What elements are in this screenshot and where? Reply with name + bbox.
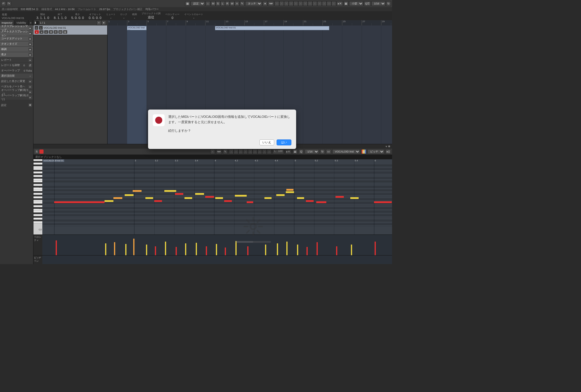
velocity-bar[interactable] xyxy=(297,245,298,255)
velocity-bar[interactable] xyxy=(133,239,134,255)
draw-icon[interactable]: · xyxy=(308,1,312,6)
play-icon[interactable]: ▸ xyxy=(29,96,32,99)
midi-note[interactable] xyxy=(350,197,359,199)
track-row[interactable]: m s VOCALOID Inst 01 ● ◂ e ⊞ R W ▥ xyxy=(33,25,107,35)
ctrl-w[interactable]: ⊞ xyxy=(49,30,53,34)
midi-note[interactable] xyxy=(125,194,134,196)
velocity-bar[interactable] xyxy=(306,247,308,255)
vel-value[interactable]: 0 xyxy=(171,16,173,20)
solo-editor-button[interactable]: S xyxy=(35,150,39,154)
eraser-icon[interactable]: · xyxy=(293,1,298,6)
off-value[interactable]: 0. 0. 0. 0 xyxy=(89,16,101,20)
evroot-value[interactable]: - xyxy=(193,16,194,20)
legato-adjust-row[interactable]: レガートを調整0⇵ xyxy=(0,63,33,68)
ed-layout-icon[interactable]: ▸▯ xyxy=(386,149,391,154)
play-icon[interactable]: · xyxy=(312,1,317,6)
quantize-select[interactable]: 1/16 xyxy=(371,1,386,6)
velocity-bar[interactable] xyxy=(265,245,266,255)
ed-glue-icon[interactable]: · xyxy=(262,149,267,154)
automation-r-button[interactable]: R xyxy=(225,1,230,6)
ctrl-bars[interactable]: ▥ xyxy=(63,30,67,34)
velocity-bar[interactable] xyxy=(286,242,288,255)
velocity-bar[interactable] xyxy=(351,245,352,255)
track-options-icon[interactable]: ▾ xyxy=(101,20,106,25)
overlap-row[interactable]: オーバーラップ0 Ticks xyxy=(0,68,33,73)
ed-mute-icon[interactable]: · xyxy=(248,149,253,154)
velocity-bar[interactable] xyxy=(247,246,248,255)
ed-view-select[interactable]: ピッチ xyxy=(367,149,384,154)
velocity-bar[interactable] xyxy=(336,246,337,255)
midi-note[interactable] xyxy=(276,194,285,196)
zoom-icon[interactable]: · xyxy=(298,1,303,6)
midi-note[interactable] xyxy=(54,201,105,203)
slot-icon[interactable]: ▮ xyxy=(35,21,39,25)
velocity-bar[interactable] xyxy=(176,247,177,255)
gear-icon[interactable]: ✱ xyxy=(28,103,32,107)
pointer-icon[interactable]: · xyxy=(275,1,279,6)
end-value[interactable]: 8. 1. 1. 0 xyxy=(54,16,67,20)
ed-zoom-icon[interactable]: · xyxy=(257,149,262,154)
pencil-icon[interactable]: ✎ xyxy=(240,1,245,6)
midi-note[interactable] xyxy=(316,201,326,203)
add-track-button[interactable]: + xyxy=(97,20,101,25)
solo-button[interactable]: s xyxy=(39,26,43,30)
velocity-bar[interactable] xyxy=(196,243,197,255)
sidebar-item-5[interactable]: 長さ▸ xyxy=(0,52,33,57)
part-icon[interactable]: ▭ xyxy=(326,149,331,154)
sidebar-item-3[interactable]: クオンタイズ▸ xyxy=(0,41,33,47)
snap-icon[interactable]: •●• xyxy=(268,1,274,6)
sidebar-item-4[interactable]: 移調▸ xyxy=(0,47,33,52)
velocity-bar[interactable] xyxy=(155,246,156,255)
velocity-bar[interactable] xyxy=(56,240,57,255)
velocity-bar[interactable] xyxy=(375,242,376,255)
lock-value[interactable]: - xyxy=(123,16,124,20)
preset-select[interactable]: 設定 xyxy=(191,1,205,6)
record-arm-button[interactable]: ● xyxy=(35,30,39,34)
touch-select[interactable]: タッチ xyxy=(245,1,262,6)
velocity-bar[interactable] xyxy=(105,243,106,255)
automation-a-button[interactable]: A xyxy=(235,1,239,6)
velocity-bar[interactable] xyxy=(317,242,318,255)
warp-icon[interactable]: · xyxy=(322,1,327,6)
range-icon[interactable]: · xyxy=(279,1,284,6)
glue-icon[interactable]: · xyxy=(289,1,293,6)
velocity-bar[interactable] xyxy=(146,245,147,255)
midi-note[interactable] xyxy=(336,196,344,198)
midi-note[interactable] xyxy=(205,196,214,198)
transpose-value[interactable]: - xyxy=(134,16,135,20)
midi-note[interactable] xyxy=(306,200,314,202)
grid-select[interactable]: 小節 xyxy=(349,1,363,6)
undo-button[interactable]: ↶ xyxy=(1,1,6,6)
midi-note[interactable] xyxy=(297,197,304,199)
quantize-apply-icon[interactable]: ↻ xyxy=(386,1,391,6)
midi-event[interactable]: VOCALOID Inst 01 xyxy=(127,26,147,30)
write-button[interactable]: W xyxy=(58,30,62,34)
line-icon[interactable]: · xyxy=(317,1,322,6)
midi-note[interactable] xyxy=(154,200,162,202)
mute-button[interactable]: m xyxy=(35,26,38,30)
timeline-ruler[interactable]: 1357911131517192123252729313335373941434… xyxy=(107,20,392,25)
ed-trim-icon[interactable]: · xyxy=(243,149,248,154)
play-icon[interactable]: ▸ xyxy=(28,85,32,89)
automation-m-button[interactable]: M xyxy=(211,1,216,6)
quantize-icon[interactable]: Q☰ xyxy=(364,1,371,6)
piano-keyboard[interactable]: C2C3C4 xyxy=(33,159,42,234)
ed-icon-1[interactable]: ◦ xyxy=(210,149,215,154)
midi-note[interactable] xyxy=(105,200,113,202)
redo-button[interactable]: ↷ xyxy=(7,1,11,6)
automation-s-button[interactable]: S xyxy=(216,1,220,6)
len-value[interactable]: 5. 0. 0. 0 xyxy=(71,16,84,20)
midi-note[interactable] xyxy=(195,193,204,195)
legato-row[interactable]: レガート▸ xyxy=(0,57,33,63)
automation-w-button[interactable]: W xyxy=(230,1,235,6)
sidebar-item-1[interactable]: ノートエクスプレッション▸ xyxy=(0,31,33,36)
velocity-lane[interactable]: ベロシティ xyxy=(33,234,392,255)
midi-note[interactable] xyxy=(235,195,247,197)
ed-line-icon[interactable]: · xyxy=(267,149,272,154)
layout-icon[interactable]: ▦ xyxy=(185,1,190,6)
q-icon[interactable]: Q xyxy=(299,149,304,154)
spinner-icon[interactable]: ⇵ xyxy=(28,64,32,67)
settings-row[interactable]: 設定✱ xyxy=(0,102,33,108)
velocity-bar[interactable] xyxy=(185,243,186,255)
midi-note[interactable] xyxy=(374,201,392,203)
